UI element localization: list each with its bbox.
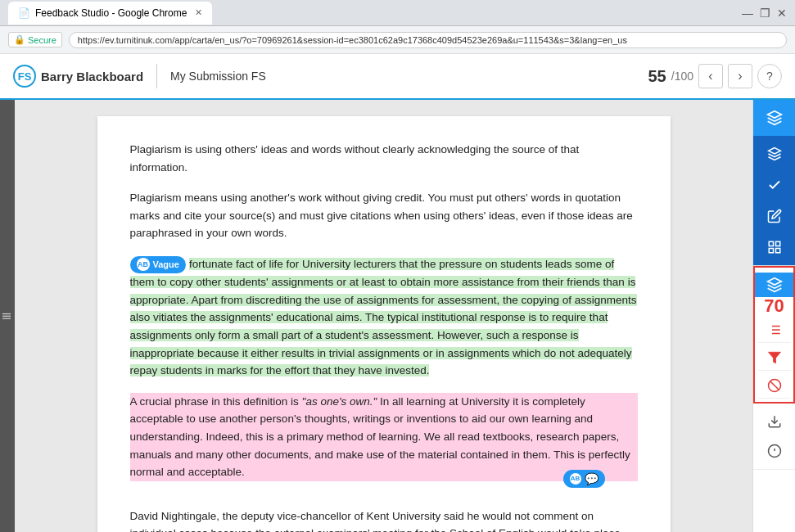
submission-title: My Submission FS — [170, 70, 266, 83]
paragraph-3: AB Vague fortunate fact of life for Univ… — [130, 255, 638, 380]
tab-title: Feedback Studio - Google Chrome — [35, 7, 187, 19]
layers-top-button[interactable] — [758, 103, 791, 133]
paragraph-1: Plagiarism is using others' ideas and wo… — [130, 141, 638, 176]
svg-marker-13 — [768, 352, 780, 363]
browser-addressbar: 🔒 Secure https://ev.turnitinuk.com/app/c… — [0, 26, 795, 54]
vague-label: Vague — [153, 258, 179, 273]
close-icon[interactable]: ✕ — [777, 7, 787, 20]
toolbar-score: 70 — [764, 297, 784, 315]
paragraph-5: David Nightingale, the deputy vice-chanc… — [130, 507, 638, 532]
paragraph-4-wrap: A crucial phrase in this definition is "… — [130, 393, 638, 481]
svg-line-15 — [770, 381, 779, 390]
main-area: ||| Plagiarism is using others' ideas an… — [0, 100, 795, 532]
para5-text: David Nightingale, the deputy vice-chanc… — [130, 510, 621, 532]
svg-marker-1 — [768, 148, 780, 155]
doc-area: Plagiarism is using others' ideas and wo… — [15, 100, 752, 532]
next-button[interactable]: › — [728, 64, 752, 88]
edit-button[interactable] — [758, 201, 791, 231]
browser-tab[interactable]: 📄 Feedback Studio - Google Chrome ✕ — [8, 2, 212, 25]
sidebar-toggle-icon: ||| — [2, 313, 12, 320]
svg-marker-6 — [767, 278, 781, 285]
minimize-icon[interactable]: — — [742, 7, 753, 20]
para1-text: Plagiarism is using others' ideas and wo… — [130, 143, 580, 174]
secure-label: Secure — [28, 35, 56, 45]
svg-rect-5 — [769, 249, 773, 253]
svg-rect-4 — [775, 249, 779, 253]
left-sidebar-toggle[interactable]: ||| — [0, 100, 15, 532]
maximize-icon[interactable]: ❐ — [760, 7, 770, 20]
para3-text-highlighted: fortunate fact of life for University le… — [130, 258, 637, 376]
svg-rect-3 — [775, 241, 779, 246]
url-bar[interactable]: https://ev.turnitinuk.com/app/carta/en_u… — [69, 32, 787, 48]
svg-marker-0 — [767, 111, 781, 118]
header-divider — [156, 64, 157, 88]
browser-window-controls: — ❐ ✕ — [742, 7, 787, 20]
grid-button[interactable] — [758, 232, 791, 262]
secure-badge: 🔒 Secure — [8, 32, 62, 47]
check-button[interactable] — [758, 170, 791, 200]
toolbar-bottom-section — [753, 404, 795, 470]
comment-bubble-area: AB 💬 — [563, 470, 605, 488]
right-toolbar: 70 — [752, 100, 795, 532]
app-header: FS Barry Blackboard My Submission FS 55 … — [0, 54, 795, 100]
toolbar-score-buttons — [755, 315, 793, 400]
help-button[interactable]: ? — [757, 64, 782, 88]
info-button[interactable] — [758, 436, 791, 466]
svg-rect-2 — [769, 241, 773, 246]
score-value: 55 — [648, 67, 666, 86]
toolbar-score-layers-icon[interactable] — [755, 273, 793, 297]
para2-text: Plagiarism means using another's work wi… — [130, 192, 633, 239]
paragraph-4: A crucial phrase in this definition is "… — [130, 393, 638, 481]
app-logo: FS Barry Blackboard — [13, 65, 143, 88]
lock-icon: 🔒 — [14, 34, 25, 45]
browser-titlebar: 📄 Feedback Studio - Google Chrome ✕ — ❐ … — [0, 0, 795, 26]
user-name: Barry Blackboard — [41, 70, 143, 83]
prev-button[interactable]: ‹ — [698, 64, 723, 88]
filter-icon-button[interactable] — [758, 345, 791, 371]
speech-icon: 💬 — [585, 472, 599, 485]
para4-text-before: A crucial phrase in this definition is — [130, 395, 302, 408]
tab-favicon: 📄 — [18, 7, 30, 19]
score-max: /100 — [671, 70, 693, 83]
comment-badge[interactable]: AB 💬 — [563, 470, 605, 488]
doc-content: Plagiarism is using others' ideas and wo… — [97, 116, 671, 532]
toolbar-score-section: 70 — [753, 266, 795, 404]
logo-icon: FS — [13, 65, 36, 88]
vague-badge-dot: AB — [137, 258, 150, 271]
layers2-button[interactable] — [758, 139, 791, 169]
tab-close-icon[interactable]: ✕ — [195, 7, 202, 18]
para4-text-italic: "as one's own." — [302, 395, 377, 408]
sort-icon-button[interactable] — [758, 317, 791, 343]
comment-badge-dot: AB — [570, 473, 581, 485]
paragraph-2: Plagiarism means using another's work wi… — [130, 189, 638, 242]
header-score-area: 55 /100 ‹ › ? — [648, 64, 783, 88]
vague-badge[interactable]: AB Vague — [130, 256, 186, 274]
toolbar-top-section — [753, 100, 795, 136]
block-icon-button[interactable] — [758, 372, 791, 399]
download-button[interactable] — [758, 407, 791, 436]
